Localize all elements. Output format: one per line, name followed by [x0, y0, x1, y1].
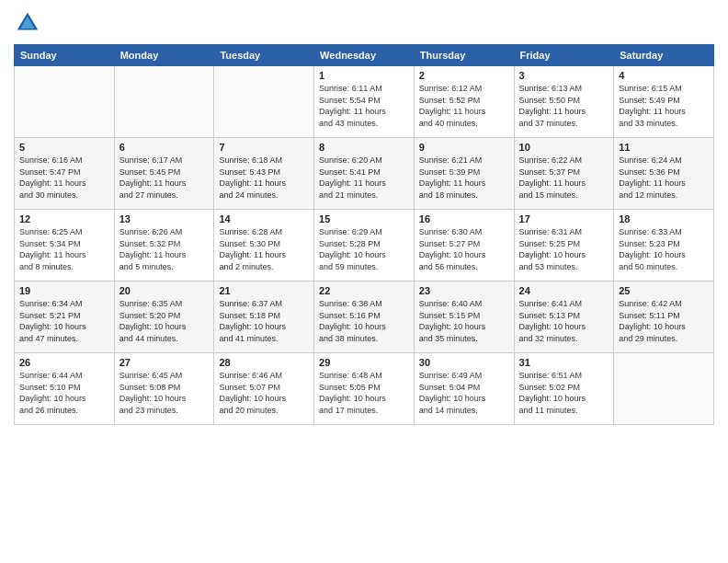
day-number: 21 — [219, 285, 309, 296]
day-number: 17 — [519, 213, 609, 224]
day-info: Sunrise: 6:34 AM Sunset: 5:21 PM Dayligh… — [19, 298, 109, 344]
day-number: 26 — [19, 357, 109, 368]
calendar-cell: 2Sunrise: 6:12 AM Sunset: 5:52 PM Daylig… — [414, 66, 514, 138]
day-number: 14 — [219, 213, 309, 224]
weekday-header: Saturday — [614, 45, 714, 66]
day-number: 20 — [119, 285, 210, 296]
day-number: 10 — [519, 142, 609, 153]
calendar-week-row: 1Sunrise: 6:11 AM Sunset: 5:54 PM Daylig… — [15, 66, 714, 138]
day-number: 31 — [519, 357, 609, 368]
calendar-cell: 5Sunrise: 6:16 AM Sunset: 5:47 PM Daylig… — [15, 138, 115, 210]
day-number: 12 — [19, 213, 109, 224]
calendar-cell: 24Sunrise: 6:41 AM Sunset: 5:13 PM Dayli… — [514, 282, 614, 353]
day-info: Sunrise: 6:51 AM Sunset: 5:02 PM Dayligh… — [519, 370, 609, 416]
day-info: Sunrise: 6:30 AM Sunset: 5:27 PM Dayligh… — [419, 226, 509, 272]
calendar-week-row: 19Sunrise: 6:34 AM Sunset: 5:21 PM Dayli… — [15, 282, 714, 353]
calendar-cell: 14Sunrise: 6:28 AM Sunset: 5:30 PM Dayli… — [214, 210, 314, 282]
day-number: 4 — [619, 70, 709, 81]
day-number: 5 — [19, 142, 109, 153]
day-number: 24 — [519, 285, 609, 296]
day-info: Sunrise: 6:28 AM Sunset: 5:30 PM Dayligh… — [219, 226, 309, 272]
calendar-cell — [214, 66, 314, 138]
day-number: 29 — [319, 357, 409, 368]
calendar-cell: 27Sunrise: 6:45 AM Sunset: 5:08 PM Dayli… — [114, 353, 214, 425]
day-info: Sunrise: 6:22 AM Sunset: 5:37 PM Dayligh… — [519, 155, 609, 201]
calendar-cell: 1Sunrise: 6:11 AM Sunset: 5:54 PM Daylig… — [314, 66, 415, 138]
day-info: Sunrise: 6:49 AM Sunset: 5:04 PM Dayligh… — [419, 370, 509, 416]
day-info: Sunrise: 6:33 AM Sunset: 5:23 PM Dayligh… — [619, 226, 709, 272]
day-info: Sunrise: 6:13 AM Sunset: 5:50 PM Dayligh… — [519, 83, 609, 129]
day-number: 22 — [319, 285, 409, 296]
day-number: 19 — [19, 285, 109, 296]
day-info: Sunrise: 6:20 AM Sunset: 5:41 PM Dayligh… — [319, 155, 409, 201]
calendar-cell: 17Sunrise: 6:31 AM Sunset: 5:25 PM Dayli… — [514, 210, 614, 282]
calendar-cell — [614, 353, 714, 425]
day-info: Sunrise: 6:37 AM Sunset: 5:18 PM Dayligh… — [219, 298, 309, 344]
day-info: Sunrise: 6:11 AM Sunset: 5:54 PM Dayligh… — [319, 83, 409, 129]
calendar-cell: 25Sunrise: 6:42 AM Sunset: 5:11 PM Dayli… — [614, 282, 714, 353]
day-number: 30 — [419, 357, 509, 368]
weekday-header: Wednesday — [314, 45, 415, 66]
calendar-cell: 29Sunrise: 6:48 AM Sunset: 5:05 PM Dayli… — [314, 353, 415, 425]
weekday-header: Thursday — [414, 45, 514, 66]
day-info: Sunrise: 6:21 AM Sunset: 5:39 PM Dayligh… — [419, 155, 509, 201]
day-info: Sunrise: 6:17 AM Sunset: 5:45 PM Dayligh… — [119, 155, 210, 201]
calendar-cell — [114, 66, 214, 138]
day-info: Sunrise: 6:16 AM Sunset: 5:47 PM Dayligh… — [19, 155, 109, 201]
day-info: Sunrise: 6:42 AM Sunset: 5:11 PM Dayligh… — [619, 298, 709, 344]
day-info: Sunrise: 6:45 AM Sunset: 5:08 PM Dayligh… — [119, 370, 210, 416]
day-info: Sunrise: 6:31 AM Sunset: 5:25 PM Dayligh… — [519, 226, 609, 272]
calendar-cell: 7Sunrise: 6:18 AM Sunset: 5:43 PM Daylig… — [214, 138, 314, 210]
day-number: 13 — [119, 213, 210, 224]
day-number: 16 — [419, 213, 509, 224]
day-number: 8 — [319, 142, 409, 153]
day-info: Sunrise: 6:12 AM Sunset: 5:52 PM Dayligh… — [419, 83, 509, 129]
calendar-cell: 8Sunrise: 6:20 AM Sunset: 5:41 PM Daylig… — [314, 138, 415, 210]
weekday-header: Friday — [514, 45, 614, 66]
calendar-cell: 4Sunrise: 6:15 AM Sunset: 5:49 PM Daylig… — [614, 66, 714, 138]
calendar-table: SundayMondayTuesdayWednesdayThursdayFrid… — [14, 44, 714, 425]
day-info: Sunrise: 6:15 AM Sunset: 5:49 PM Dayligh… — [619, 83, 709, 129]
calendar-cell: 3Sunrise: 6:13 AM Sunset: 5:50 PM Daylig… — [514, 66, 614, 138]
day-info: Sunrise: 6:25 AM Sunset: 5:34 PM Dayligh… — [19, 226, 109, 272]
calendar-cell: 11Sunrise: 6:24 AM Sunset: 5:36 PM Dayli… — [614, 138, 714, 210]
day-info: Sunrise: 6:48 AM Sunset: 5:05 PM Dayligh… — [319, 370, 409, 416]
page-container: SundayMondayTuesdayWednesdayThursdayFrid… — [0, 0, 728, 434]
day-number: 28 — [219, 357, 309, 368]
day-info: Sunrise: 6:38 AM Sunset: 5:16 PM Dayligh… — [319, 298, 409, 344]
calendar-cell: 20Sunrise: 6:35 AM Sunset: 5:20 PM Dayli… — [114, 282, 214, 353]
page-header — [14, 9, 714, 37]
calendar-cell: 22Sunrise: 6:38 AM Sunset: 5:16 PM Dayli… — [314, 282, 415, 353]
calendar-cell: 28Sunrise: 6:46 AM Sunset: 5:07 PM Dayli… — [214, 353, 314, 425]
day-info: Sunrise: 6:35 AM Sunset: 5:20 PM Dayligh… — [119, 298, 210, 344]
day-info: Sunrise: 6:44 AM Sunset: 5:10 PM Dayligh… — [19, 370, 109, 416]
calendar-week-row: 5Sunrise: 6:16 AM Sunset: 5:47 PM Daylig… — [15, 138, 714, 210]
calendar-cell: 26Sunrise: 6:44 AM Sunset: 5:10 PM Dayli… — [15, 353, 115, 425]
calendar-cell: 30Sunrise: 6:49 AM Sunset: 5:04 PM Dayli… — [414, 353, 514, 425]
day-number: 11 — [619, 142, 709, 153]
day-info: Sunrise: 6:41 AM Sunset: 5:13 PM Dayligh… — [519, 298, 609, 344]
day-number: 25 — [619, 285, 709, 296]
calendar-cell: 23Sunrise: 6:40 AM Sunset: 5:15 PM Dayli… — [414, 282, 514, 353]
day-number: 23 — [419, 285, 509, 296]
logo-icon — [14, 9, 41, 37]
calendar-cell: 10Sunrise: 6:22 AM Sunset: 5:37 PM Dayli… — [514, 138, 614, 210]
day-info: Sunrise: 6:26 AM Sunset: 5:32 PM Dayligh… — [119, 226, 210, 272]
calendar-cell: 6Sunrise: 6:17 AM Sunset: 5:45 PM Daylig… — [114, 138, 214, 210]
day-info: Sunrise: 6:24 AM Sunset: 5:36 PM Dayligh… — [619, 155, 709, 201]
calendar-cell: 19Sunrise: 6:34 AM Sunset: 5:21 PM Dayli… — [15, 282, 115, 353]
day-info: Sunrise: 6:46 AM Sunset: 5:07 PM Dayligh… — [219, 370, 309, 416]
calendar-cell: 12Sunrise: 6:25 AM Sunset: 5:34 PM Dayli… — [15, 210, 115, 282]
calendar-cell: 9Sunrise: 6:21 AM Sunset: 5:39 PM Daylig… — [414, 138, 514, 210]
calendar-week-row: 12Sunrise: 6:25 AM Sunset: 5:34 PM Dayli… — [15, 210, 714, 282]
day-number: 9 — [419, 142, 509, 153]
calendar-cell: 21Sunrise: 6:37 AM Sunset: 5:18 PM Dayli… — [214, 282, 314, 353]
day-number: 1 — [319, 70, 409, 81]
day-number: 7 — [219, 142, 309, 153]
calendar-header-row: SundayMondayTuesdayWednesdayThursdayFrid… — [15, 45, 714, 66]
day-number: 3 — [519, 70, 609, 81]
calendar-cell: 31Sunrise: 6:51 AM Sunset: 5:02 PM Dayli… — [514, 353, 614, 425]
calendar-cell: 16Sunrise: 6:30 AM Sunset: 5:27 PM Dayli… — [414, 210, 514, 282]
calendar-cell: 13Sunrise: 6:26 AM Sunset: 5:32 PM Dayli… — [114, 210, 214, 282]
day-number: 2 — [419, 70, 509, 81]
